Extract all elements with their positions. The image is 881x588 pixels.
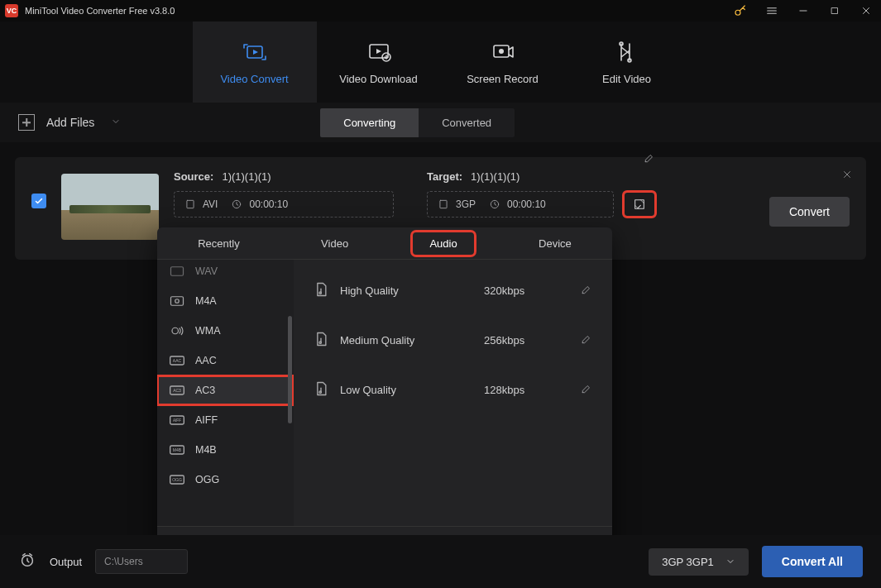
target-section: Target: 1)(1)(1)(1) 3GP bbox=[427, 170, 655, 218]
quality-bitrate: 320kbps bbox=[484, 284, 550, 297]
source-format: AVI bbox=[184, 198, 218, 210]
svg-rect-1 bbox=[832, 8, 838, 14]
source-label: Source: bbox=[174, 170, 213, 183]
format-label: WAV bbox=[195, 265, 218, 277]
target-filename: 1)(1)(1)(1) bbox=[471, 170, 520, 183]
tab-edit-video[interactable]: Edit Video bbox=[565, 22, 689, 103]
upgrade-key-icon[interactable] bbox=[730, 1, 750, 21]
video-thumbnail[interactable] bbox=[61, 174, 159, 240]
convert-all-button[interactable]: Convert All bbox=[762, 546, 863, 577]
format-item-aiff[interactable]: AIFF AIFF bbox=[157, 405, 294, 435]
target-format: 3GP bbox=[438, 198, 476, 210]
chevron-down-icon[interactable] bbox=[111, 116, 121, 129]
format-label: AC3 bbox=[195, 385, 215, 396]
add-files-button[interactable]: Add Files bbox=[18, 114, 121, 131]
download-icon bbox=[366, 40, 392, 65]
format-label: AIFF bbox=[195, 414, 218, 426]
target-label: Target: bbox=[427, 170, 462, 183]
svg-text:AIFF: AIFF bbox=[173, 419, 181, 423]
seg-converted[interactable]: Converted bbox=[419, 108, 515, 137]
minimize-button[interactable] bbox=[793, 1, 813, 21]
quality-label: High Quality bbox=[340, 284, 472, 297]
format-item-ac3[interactable]: AC3 AC3 bbox=[157, 375, 294, 405]
convert-icon bbox=[242, 40, 268, 65]
tab-video-convert[interactable]: Video Convert bbox=[193, 22, 317, 103]
quality-bitrate: 128kbps bbox=[484, 384, 550, 396]
svg-point-17 bbox=[172, 327, 179, 334]
target-format-picker-button[interactable] bbox=[624, 192, 655, 217]
quality-edit-button[interactable] bbox=[581, 284, 592, 298]
format-label: M4B bbox=[195, 444, 217, 456]
format-icon: AC3 bbox=[169, 384, 185, 397]
seg-converting[interactable]: Converting bbox=[320, 108, 419, 137]
svg-point-16 bbox=[175, 299, 180, 304]
window-title: MiniTool Video Converter Free v3.8.0 bbox=[25, 6, 175, 16]
audio-file-icon bbox=[314, 331, 328, 350]
format-item-ogg[interactable]: OGG OGG bbox=[157, 465, 294, 495]
format-list[interactable]: WAV M4A WMA AAC AAC AC3 AC3 bbox=[157, 260, 294, 526]
title-bar: VC MiniTool Video Converter Free v3.8.0 bbox=[0, 0, 881, 22]
scrollbar[interactable] bbox=[288, 316, 292, 423]
maximize-button[interactable] bbox=[825, 1, 845, 21]
rename-target-button[interactable] bbox=[644, 152, 655, 166]
quality-item-low[interactable]: Low Quality 128kbps bbox=[294, 366, 612, 415]
svg-rect-13 bbox=[635, 200, 644, 209]
format-item-m4b[interactable]: M4B M4B bbox=[157, 435, 294, 465]
audio-file-icon bbox=[314, 380, 328, 399]
remove-file-button[interactable] bbox=[841, 169, 853, 184]
convert-button[interactable]: Convert bbox=[769, 197, 850, 227]
output-preset-dropdown[interactable]: 3GP 3GP1 bbox=[649, 548, 749, 576]
schedule-icon[interactable] bbox=[18, 551, 36, 572]
svg-rect-11 bbox=[440, 200, 447, 208]
clock-icon bbox=[489, 198, 500, 210]
format-item-wav[interactable]: WAV bbox=[157, 260, 294, 286]
picker-tabs: Recently Video Audio Device bbox=[157, 227, 612, 260]
quality-label: Low Quality bbox=[340, 384, 472, 396]
format-icon: M4B bbox=[169, 443, 185, 457]
format-item-m4a[interactable]: M4A bbox=[157, 286, 294, 316]
record-icon bbox=[490, 40, 516, 65]
svg-point-29 bbox=[319, 342, 322, 344]
tab-label: Screen Record bbox=[467, 73, 539, 85]
status-segmented: Converting Converted bbox=[320, 108, 515, 137]
close-button[interactable] bbox=[856, 1, 876, 21]
quality-item-high[interactable]: High Quality 320kbps bbox=[294, 266, 612, 316]
svg-point-6 bbox=[499, 49, 504, 54]
tab-screen-record[interactable]: Screen Record bbox=[441, 22, 565, 103]
picker-tab-video[interactable]: Video bbox=[304, 232, 365, 255]
format-label: AAC bbox=[195, 355, 217, 366]
clock-icon bbox=[231, 198, 242, 210]
output-path-field[interactable]: C:\Users bbox=[95, 549, 188, 574]
tab-label: Video Convert bbox=[220, 73, 288, 85]
picker-tab-recently[interactable]: Recently bbox=[181, 232, 256, 255]
svg-text:AAC: AAC bbox=[173, 359, 182, 364]
add-file-icon bbox=[18, 114, 35, 131]
svg-text:AC3: AC3 bbox=[173, 389, 181, 394]
menu-icon[interactable] bbox=[762, 1, 782, 21]
svg-text:OGG: OGG bbox=[172, 478, 182, 483]
preset-label: 3GP 3GP1 bbox=[662, 556, 714, 568]
target-info-box: 3GP 00:00:10 bbox=[427, 191, 614, 218]
format-icon: AAC bbox=[169, 354, 185, 367]
format-icon: AIFF bbox=[169, 414, 185, 427]
source-info-box: AVI 00:00:10 bbox=[174, 191, 394, 218]
svg-rect-14 bbox=[171, 267, 184, 276]
quality-edit-button[interactable] bbox=[581, 383, 592, 397]
format-icon bbox=[169, 324, 185, 337]
format-icon bbox=[169, 294, 185, 308]
add-files-label: Add Files bbox=[46, 116, 94, 129]
format-label: WMA bbox=[195, 325, 221, 337]
svg-rect-15 bbox=[171, 297, 184, 306]
svg-rect-9 bbox=[187, 200, 194, 208]
source-duration: 00:00:10 bbox=[231, 198, 288, 210]
tab-label: Edit Video bbox=[602, 73, 651, 85]
file-checkbox[interactable] bbox=[31, 194, 46, 208]
format-item-wma[interactable]: WMA bbox=[157, 316, 294, 346]
picker-tab-device[interactable]: Device bbox=[522, 232, 588, 255]
quality-edit-button[interactable] bbox=[581, 333, 592, 347]
tab-video-download[interactable]: Video Download bbox=[317, 22, 441, 103]
format-item-aac[interactable]: AAC AAC bbox=[157, 346, 294, 375]
main-tabs: Video Convert Video Download Screen Reco… bbox=[0, 22, 881, 103]
quality-item-medium[interactable]: Medium Quality 256kbps bbox=[294, 316, 612, 366]
picker-tab-audio[interactable]: Audio bbox=[413, 232, 473, 255]
